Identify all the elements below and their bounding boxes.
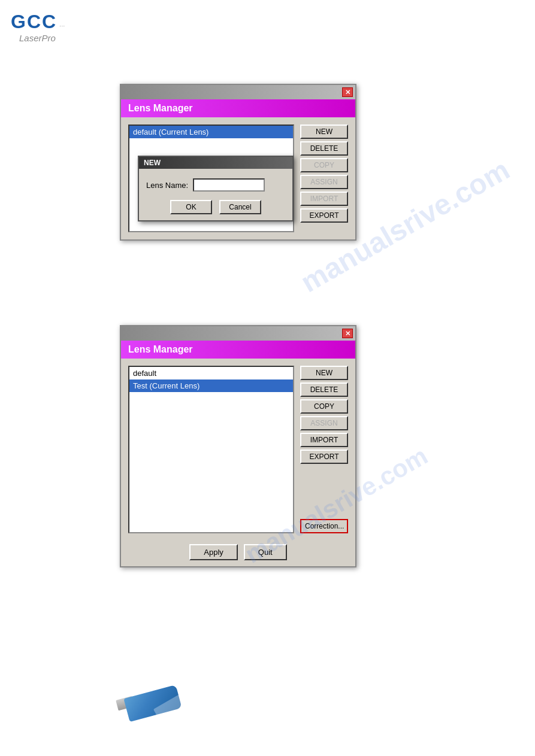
lens-name-row: Lens Name: xyxy=(146,178,285,192)
dialog1-close-button[interactable]: ✕ xyxy=(342,87,353,97)
dialog1-new-button[interactable]: NEW xyxy=(300,125,348,139)
dialog2: ✕ Lens Manager default Test (Current Len… xyxy=(120,325,356,567)
usb-label xyxy=(153,694,185,719)
dialog1-header: Lens Manager xyxy=(121,99,355,117)
dialog2-export-button[interactable]: EXPORT xyxy=(300,450,348,464)
dialog1-titlebar: ✕ xyxy=(121,85,355,99)
dialog1-title: Lens Manager xyxy=(128,103,193,113)
dialog1-delete-button[interactable]: DELETE xyxy=(300,141,348,156)
dialog2-lens-list[interactable]: default Test (Current Lens) xyxy=(128,366,294,533)
usb-device-area xyxy=(114,682,192,724)
dialog1: ✕ Lens Manager default (Current Lens) NE… xyxy=(120,84,356,241)
subdialog-ok-button[interactable]: OK xyxy=(170,200,212,214)
dialog2-header: Lens Manager xyxy=(121,341,355,359)
logo-area: GCC ··· LaserPro xyxy=(11,11,65,43)
list-item-label: default (Current Lens) xyxy=(133,127,208,136)
dialog1-buttons: NEW DELETE COPY ASSIGN IMPORT EXPORT xyxy=(300,125,348,232)
subdialog-cancel-button[interactable]: Cancel xyxy=(219,200,261,214)
list-item[interactable]: Test (Current Lens) xyxy=(129,379,293,392)
subdialog-btns: OK Cancel xyxy=(146,200,285,214)
lens-name-label: Lens Name: xyxy=(146,181,188,190)
dialog2-import-button[interactable]: IMPORT xyxy=(300,433,348,447)
dialog2-close-button[interactable]: ✕ xyxy=(342,329,353,338)
dialog2-copy-button[interactable]: COPY xyxy=(300,399,348,414)
list-item-label: Test (Current Lens) xyxy=(133,381,200,390)
gcc-dots: ··· xyxy=(59,22,65,29)
usb-body xyxy=(123,685,182,722)
list-item-label: default xyxy=(133,369,156,378)
laserpro-logo-text: LaserPro xyxy=(19,33,56,43)
gcc-logo-text: GCC xyxy=(11,11,57,33)
dialog2-buttons: NEW DELETE COPY ASSIGN IMPORT EXPORT Cor… xyxy=(300,366,348,533)
dialog2-footer: Apply Quit xyxy=(121,541,355,566)
usb-device-image xyxy=(114,682,192,724)
list-item[interactable]: default xyxy=(129,367,293,379)
new-subdialog-title: NEW xyxy=(144,159,161,167)
dialog2-body: default Test (Current Lens) NEW DELETE C… xyxy=(121,359,355,541)
dialog2-titlebar: ✕ xyxy=(121,326,355,341)
dialog2-delete-button[interactable]: DELETE xyxy=(300,382,348,397)
dialog2-quit-button[interactable]: Quit xyxy=(244,544,287,560)
dialog1-import-button[interactable]: IMPORT xyxy=(300,192,348,206)
dialog1-export-button[interactable]: EXPORT xyxy=(300,208,348,223)
new-subdialog-body: Lens Name: OK Cancel xyxy=(139,169,292,220)
new-subdialog-titlebar: NEW xyxy=(139,157,292,169)
dialog2-assign-button[interactable]: ASSIGN xyxy=(300,416,348,430)
list-item[interactable]: default (Current Lens) xyxy=(129,126,293,138)
dialog1-copy-button[interactable]: COPY xyxy=(300,158,348,172)
lens-name-input[interactable] xyxy=(193,178,265,192)
dialog2-correction-button[interactable]: Correction... xyxy=(300,519,348,533)
dialog2-apply-button[interactable]: Apply xyxy=(189,544,238,560)
dialog2-title: Lens Manager xyxy=(128,344,193,354)
dialog1-assign-button[interactable]: ASSIGN xyxy=(300,175,348,189)
new-subdialog: NEW Lens Name: OK Cancel xyxy=(138,156,294,221)
dialog2-new-button[interactable]: NEW xyxy=(300,366,348,380)
